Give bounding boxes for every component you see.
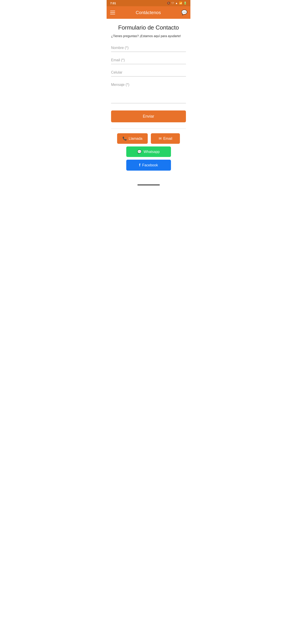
whatsapp-icon: 💬	[137, 150, 142, 154]
email-button[interactable]: ✉ Email	[151, 133, 180, 144]
celular-field-group	[111, 69, 186, 76]
email-icon: ✉	[159, 136, 162, 141]
menu-button[interactable]	[110, 11, 115, 14]
app-toolbar: Contáctenos 💬	[107, 6, 190, 19]
form-subtitle: ¿Tienes preguntas? ¡Estamos aquí para ay…	[111, 34, 186, 38]
email-input[interactable]	[111, 56, 186, 64]
main-content: Formulario de Contacto ¿Tienes preguntas…	[107, 19, 190, 183]
email-field-group	[111, 56, 186, 64]
form-title: Formulario de Contacto	[111, 24, 186, 31]
facebook-icon: f	[139, 163, 140, 168]
nombre-field-group	[111, 44, 186, 52]
wifi-icon: ▲	[175, 2, 178, 5]
llamada-button[interactable]: 📞 Llamada	[117, 133, 148, 144]
status-bar: 7:01 🔕 🛡 ▲ 📶 🔋	[107, 0, 190, 6]
top-contact-row: 📞 Llamada ✉ Email	[117, 133, 180, 144]
mensaje-textarea[interactable]	[111, 81, 186, 103]
mensaje-field-group	[111, 81, 186, 104]
status-time: 7:01	[110, 2, 116, 5]
nombre-input[interactable]	[111, 44, 186, 52]
phone-icon: 📞	[122, 136, 127, 141]
section-divider	[111, 128, 186, 129]
comment-button[interactable]: 💬	[181, 10, 187, 15]
comment-icon: 💬	[181, 10, 187, 16]
notification-icon: 🔕	[167, 2, 170, 5]
nav-indicator	[137, 184, 160, 185]
toolbar-title: Contáctenos	[115, 10, 181, 15]
status-icons: 🔕 🛡 ▲ 📶 🔋	[167, 2, 187, 5]
security-icon: 🛡	[171, 2, 174, 5]
whatsapp-button[interactable]: 💬 Whatsapp	[126, 146, 171, 157]
signal-icon: 📶	[179, 2, 182, 5]
nav-bar	[107, 183, 190, 187]
celular-input[interactable]	[111, 69, 186, 76]
enviar-button[interactable]: Enviar	[111, 110, 186, 122]
battery-icon: 🔋	[184, 2, 187, 5]
facebook-button[interactable]: f Facebook	[126, 160, 171, 170]
contact-buttons-section: 📞 Llamada ✉ Email 💬 Whatsapp f Facebook	[111, 133, 186, 177]
